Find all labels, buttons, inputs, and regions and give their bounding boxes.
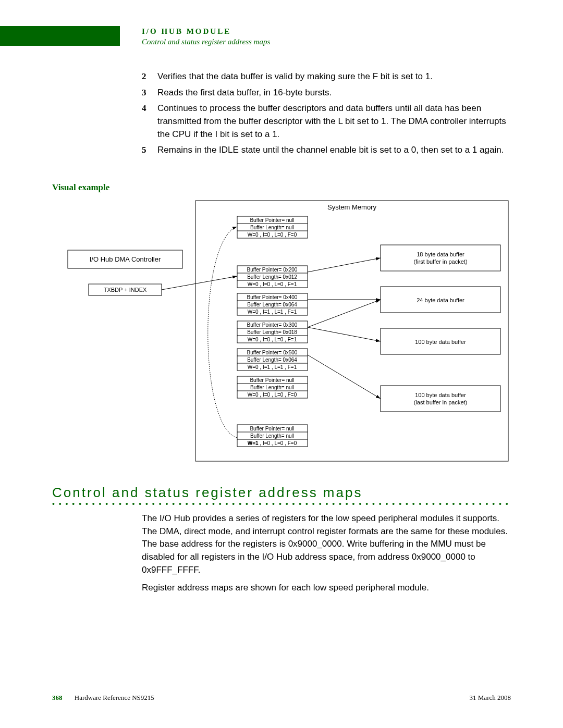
section-paragraph-1: The I/O Hub provides a series of registe… <box>142 512 511 576</box>
svg-text:TXBDP + INDEX: TXBDP + INDEX <box>104 287 147 293</box>
svg-text:Buffer Pointer= 0x500: Buffer Pointer= 0x500 <box>247 350 298 355</box>
svg-text:W=0 , I=0 , L=0 , F=0: W=0 , I=0 , L=0 , F=0 <box>248 392 297 398</box>
page: I/O HUB MODULE Control and status regist… <box>0 0 563 728</box>
footer-date: 31 March 2008 <box>470 694 511 702</box>
svg-text:Buffer Pointer= null: Buffer Pointer= null <box>250 377 294 383</box>
svg-text:W=1 , I=0 , L=0 , F=0: W=1 , I=0 , L=0 , F=0 <box>248 440 297 446</box>
svg-line-63 <box>308 300 381 327</box>
svg-text:Buffer Pointer= null: Buffer Pointer= null <box>250 426 294 431</box>
svg-text:(last buffer in packet): (last buffer in packet) <box>414 399 468 405</box>
step-text: Continues to process the buffer descript… <box>157 102 511 141</box>
step-text: Verifies that the data buffer is valid b… <box>157 70 511 83</box>
svg-text:W=0 , I=0 , L=0 , F=1: W=0 , I=0 , L=0 , F=1 <box>248 337 297 342</box>
svg-text:24 byte data buffer: 24 byte data buffer <box>417 297 464 303</box>
doc-title: Hardware Reference NS9215 <box>75 694 154 701</box>
svg-text:Buffer Pointer= 0x300: Buffer Pointer= 0x300 <box>247 322 298 328</box>
svg-text:18 byte data buffer: 18 byte data buffer <box>417 251 464 257</box>
svg-rect-0 <box>195 201 508 461</box>
svg-text:Buffer Length= null: Buffer Length= null <box>250 225 294 230</box>
svg-text:(first buffer in packet): (first buffer in packet) <box>413 258 467 265</box>
svg-line-58 <box>162 276 237 290</box>
svg-text:Buffer Length= 0x064: Buffer Length= 0x064 <box>247 302 297 307</box>
svg-text:System Memory: System Memory <box>327 203 376 211</box>
svg-text:W=0 , I=1 , L=1 , F=1: W=0 , I=1 , L=1 , F=1 <box>248 309 297 315</box>
svg-text:Buffer Pointer= 0x400: Buffer Pointer= 0x400 <box>247 294 298 300</box>
svg-text:W=0 , I=1 , L=1 , F=1: W=0 , I=1 , L=1 , F=1 <box>248 364 297 370</box>
section-divider-dots: • • • • • • • • • • • • • • • • • • • • … <box>52 502 511 506</box>
step-number: 2 <box>142 70 157 83</box>
header-subtitle: Control and status register address maps <box>142 38 270 46</box>
step-number: 5 <box>142 144 157 157</box>
step-row: 2Verifies that the data buffer is valid … <box>142 70 511 83</box>
header-green-bar <box>0 26 120 46</box>
step-row: 3Reads the first data buffer, in 16-byte… <box>142 87 511 100</box>
svg-text:W=0 , I=0 , L=0 , F=1: W=0 , I=0 , L=0 , F=1 <box>248 281 297 287</box>
svg-rect-55 <box>381 386 500 412</box>
svg-text:Buffer Length= 0x018: Buffer Length= 0x018 <box>247 329 297 335</box>
svg-text:100 byte data buffer: 100 byte data buffer <box>415 392 466 398</box>
section-paragraph-2: Register address maps are shown for each… <box>142 582 511 595</box>
svg-text:Buffer Pointer= 0x200: Buffer Pointer= 0x200 <box>247 267 298 273</box>
page-number: 368 <box>52 694 63 701</box>
step-row: 4Continues to process the buffer descrip… <box>142 102 511 141</box>
svg-line-59 <box>308 258 381 272</box>
svg-line-64 <box>308 355 381 399</box>
svg-text:Buffer Length= null: Buffer Length= null <box>250 385 294 390</box>
step-row: 5Remains in the IDLE state until the cha… <box>142 144 511 157</box>
step-number: 3 <box>142 87 157 100</box>
svg-rect-48 <box>381 245 500 271</box>
numbered-steps: 2Verifies that the data buffer is valid … <box>142 70 511 160</box>
svg-text:Buffer Length= null: Buffer Length= null <box>250 433 294 439</box>
step-text: Remains in the IDLE state until the chan… <box>157 144 511 157</box>
svg-text:Buffer Length= 0x012: Buffer Length= 0x012 <box>247 274 297 280</box>
svg-text:Buffer Length= 0x064: Buffer Length= 0x064 <box>247 357 297 363</box>
svg-text:I/O Hub DMA Controller: I/O Hub DMA Controller <box>90 255 161 263</box>
step-text: Reads the first data buffer, in 16-byte … <box>157 87 511 100</box>
step-number: 4 <box>142 102 157 141</box>
svg-text:100 byte data buffer: 100 byte data buffer <box>415 339 466 345</box>
svg-text:W=0 , I=0 , L=0 , F=0: W=0 , I=0 , L=0 , F=0 <box>248 232 297 238</box>
section-title: Control and status register address maps <box>52 485 511 501</box>
section-control-status: Control and status register address maps… <box>52 485 511 600</box>
header-chapter: I/O HUB MODULE <box>142 27 231 36</box>
svg-line-62 <box>308 300 381 341</box>
diagram: System Memory I/O Hub DMA Controller TXB… <box>52 198 511 464</box>
visual-example-heading: Visual example <box>52 182 109 193</box>
page-footer: 368 Hardware Reference NS9215 31 March 2… <box>52 694 511 702</box>
svg-line-61 <box>308 327 381 341</box>
svg-text:Buffer Pointer= null: Buffer Pointer= null <box>250 217 294 223</box>
